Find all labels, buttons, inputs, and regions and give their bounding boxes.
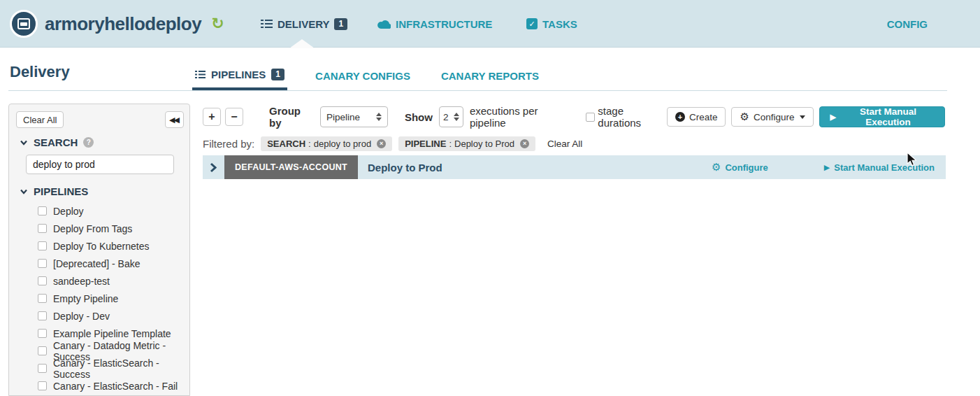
pipeline-checkbox[interactable] xyxy=(38,381,47,390)
tab-bar: PIPELINES 1 CANARY CONFIGS CANARY REPORT… xyxy=(192,62,542,90)
pipeline-filter-label: [Deprecated] - Bake xyxy=(53,258,140,269)
show-count-select[interactable]: 2 xyxy=(439,106,463,127)
checkbox-check-icon: ✓ xyxy=(526,18,538,29)
search-section-label: SEARCH xyxy=(34,136,78,148)
pipeline-group-row[interactable]: DEFAULT-AWS-ACCOUNT Deploy to Prod ⚙ Con… xyxy=(203,155,946,179)
tab-canary-reports-label: CANARY REPORTS xyxy=(441,70,539,82)
pipeline-filter-label: Empty Pipeline xyxy=(53,293,118,304)
pipeline-name: Deploy to Prod xyxy=(368,162,442,174)
sidebar-clear-all-button[interactable]: Clear All xyxy=(16,111,64,128)
filter-tag-pipeline: PIPELINE: Deploy to Prod × xyxy=(398,136,535,151)
delivery-count-badge: 1 xyxy=(334,18,347,30)
pipeline-checkbox[interactable] xyxy=(38,224,47,233)
pipeline-configure-link[interactable]: ⚙ Configure xyxy=(712,161,768,174)
pipeline-filter-list: Deploy Deploy From Tags Deploy To Kubern… xyxy=(9,202,189,395)
pipeline-filter-label: Deploy From Tags xyxy=(53,223,132,234)
tab-canary-reports[interactable]: CANARY REPORTS xyxy=(438,62,542,90)
nav-config[interactable]: CONFIG xyxy=(887,0,928,48)
filtered-by-label: Filtered by: xyxy=(203,138,254,150)
pipeline-start-link[interactable]: ▶ Start Manual Execution xyxy=(824,162,935,173)
pipeline-checkbox[interactable] xyxy=(38,311,47,320)
pipeline-checkbox[interactable] xyxy=(38,364,47,373)
account-tag: DEFAULT-AWS-ACCOUNT xyxy=(224,155,358,179)
refresh-icon[interactable]: ↻ xyxy=(211,15,224,33)
chevron-down-icon xyxy=(20,140,28,146)
pipeline-filter-label: sandeep-test xyxy=(53,276,110,287)
start-manual-execution-button[interactable]: ▶ Start Manual Execution xyxy=(819,106,945,127)
pipeline-checkbox[interactable] xyxy=(38,294,47,303)
filter-tag-value: Deploy to Prod xyxy=(454,139,514,149)
active-nav-pointer xyxy=(289,39,315,48)
pipeline-filter-item: Deploy To Kubernetes xyxy=(9,237,189,255)
nav-tasks[interactable]: ✓ TASKS xyxy=(526,0,577,48)
stage-durations-checkbox[interactable] xyxy=(586,113,595,122)
stage-durations-label: stage durations xyxy=(598,105,667,129)
create-button[interactable]: + Create xyxy=(667,107,726,127)
pipelines-list-icon xyxy=(261,19,273,29)
pipeline-filter-item: Deploy - Dev xyxy=(9,307,189,325)
filters-clear-all-link[interactable]: Clear All xyxy=(547,139,582,149)
pipeline-filter-item: [Deprecated] - Bake xyxy=(9,255,189,272)
executions-toolbar: + − Group by Pipeline Show 2 executions … xyxy=(203,106,945,127)
show-label: Show xyxy=(405,111,433,123)
help-icon[interactable]: ? xyxy=(83,137,94,148)
create-button-label: Create xyxy=(689,112,718,122)
configure-dropdown-button[interactable]: ⚙ Configure xyxy=(731,107,814,127)
pipeline-checkbox[interactable] xyxy=(38,329,47,338)
page-title: Delivery xyxy=(10,63,70,81)
armory-logo-icon xyxy=(10,10,38,38)
filter-tag-name: SEARCH xyxy=(267,139,305,149)
gear-icon: ⚙ xyxy=(712,161,721,174)
remove-filter-icon[interactable]: × xyxy=(520,139,529,148)
nav-infrastructure[interactable]: INFRASTRUCTURE xyxy=(377,0,492,48)
remove-filter-icon[interactable]: × xyxy=(377,139,386,148)
filter-tag-value: deploy to prod xyxy=(314,139,371,149)
play-icon: ▶ xyxy=(830,113,835,122)
nav-tasks-label: TASKS xyxy=(542,18,577,30)
gear-icon: ⚙ xyxy=(740,111,749,123)
pipeline-configure-label: Configure xyxy=(725,162,768,173)
collapse-sidebar-icon[interactable]: ◀◀ xyxy=(165,111,184,128)
executions-per-pipeline-label: executions per pipeline xyxy=(470,105,572,129)
pipeline-filter-label: Canary - ElasticSearch - Success xyxy=(53,358,189,380)
pipeline-filter-item: Empty Pipeline xyxy=(9,290,189,307)
search-input[interactable] xyxy=(26,155,174,174)
tab-pipelines-label: PIPELINES xyxy=(211,69,266,80)
pipelines-section-header[interactable]: PIPELINES xyxy=(20,185,88,197)
tab-canary-configs-label: CANARY CONFIGS xyxy=(315,70,410,82)
pipeline-checkbox[interactable] xyxy=(38,206,47,215)
zoom-in-button[interactable]: + xyxy=(203,108,221,126)
pipeline-start-label: Start Manual Execution xyxy=(834,162,935,173)
chevron-right-icon[interactable] xyxy=(210,162,217,173)
start-manual-execution-label: Start Manual Execution xyxy=(842,106,935,127)
pipeline-filter-label: Deploy xyxy=(53,206,84,217)
search-section-header[interactable]: SEARCH ? xyxy=(20,136,94,148)
group-by-label: Group by xyxy=(269,105,314,129)
tab-canary-configs[interactable]: CANARY CONFIGS xyxy=(312,62,413,90)
pipeline-checkbox[interactable] xyxy=(38,276,47,285)
pipeline-filter-item: Canary - ElasticSearch - Fail xyxy=(9,377,189,395)
filters-sidebar: Clear All ◀◀ SEARCH ? PIPELINES Deploy D… xyxy=(8,104,190,396)
app-header: armoryhellodeploy ↻ DELIVERY 1 INFRASTRU… xyxy=(0,0,980,48)
pipeline-checkbox[interactable] xyxy=(38,241,47,250)
tabs-divider xyxy=(8,90,947,91)
pipeline-filter-item: Deploy xyxy=(9,202,189,220)
pipeline-checkbox[interactable] xyxy=(38,259,47,268)
filter-tag-search: SEARCH: deploy to prod × xyxy=(261,136,392,151)
pipeline-filter-item: sandeep-test xyxy=(9,272,189,290)
zoom-out-button[interactable]: − xyxy=(225,108,243,126)
nav-delivery-label: DELIVERY xyxy=(278,18,329,30)
group-by-select[interactable]: Pipeline xyxy=(320,106,388,127)
caret-down-icon xyxy=(800,115,805,119)
tab-pipelines[interactable]: PIPELINES 1 xyxy=(192,62,287,90)
pipeline-filter-label: Example Pipeline Template xyxy=(53,328,171,339)
pipeline-checkbox[interactable] xyxy=(38,346,47,355)
app-title: armoryhellodeploy xyxy=(45,13,201,35)
select-arrows-icon xyxy=(376,113,382,121)
pipeline-filter-label: Canary - ElasticSearch - Fail xyxy=(53,381,178,392)
pipelines-count-badge: 1 xyxy=(271,69,284,80)
configure-button-label: Configure xyxy=(754,112,795,122)
pipeline-filter-label: Deploy - Dev xyxy=(53,311,110,322)
cloud-icon xyxy=(377,20,391,29)
nav-config-label: CONFIG xyxy=(887,18,928,30)
